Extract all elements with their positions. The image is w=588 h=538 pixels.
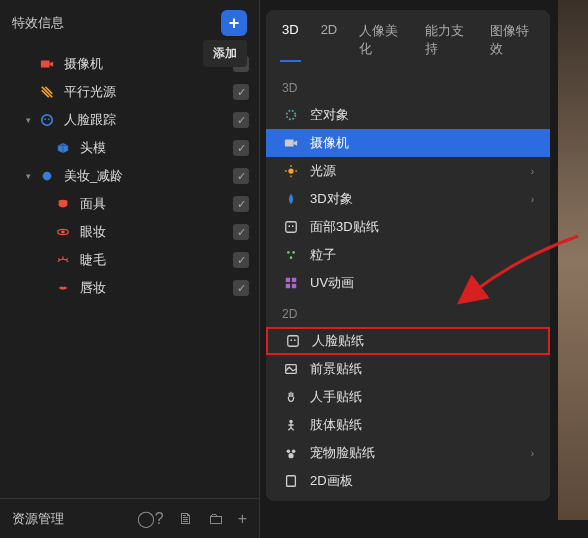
menu-item[interactable]: 宠物脸贴纸 › xyxy=(266,439,550,467)
tab-3D[interactable]: 3D xyxy=(280,18,301,62)
menu-item[interactable]: 人脸贴纸 xyxy=(266,327,550,355)
section-header: 2D xyxy=(266,301,550,327)
svg-rect-20 xyxy=(286,278,290,282)
svg-point-16 xyxy=(292,225,294,227)
menu-item[interactable]: UV动画 xyxy=(266,269,550,297)
svg-point-26 xyxy=(294,339,296,341)
menu-item-label: 肢体贴纸 xyxy=(310,416,534,434)
tree-item[interactable]: 平行光源 ✓ xyxy=(0,78,259,106)
face-icon xyxy=(38,111,56,129)
add-button[interactable]: + 添加 xyxy=(221,10,247,36)
tree-item[interactable]: 唇妆 ✓ xyxy=(0,274,259,302)
menu-item-label: 光源 xyxy=(310,162,531,180)
svg-point-1 xyxy=(42,115,53,126)
tab-能力支持[interactable]: 能力支持 xyxy=(423,18,471,62)
grid-icon xyxy=(282,276,300,290)
folder-icon[interactable]: 🗀 xyxy=(208,510,224,528)
svg-rect-0 xyxy=(41,61,50,68)
lips-icon xyxy=(54,279,72,297)
add-menu-panel: 3D2D人像美化能力支持图像特效 3D 空对象 摄像机 光源 › 3D对象 › … xyxy=(266,10,550,501)
menu-item[interactable]: 前景贴纸 xyxy=(266,355,550,383)
menu-item-label: UV动画 xyxy=(310,274,534,292)
eye-icon xyxy=(54,223,72,241)
svg-point-18 xyxy=(292,251,295,254)
menu-item-label: 前景贴纸 xyxy=(310,360,534,378)
menu-item[interactable]: 粒子 xyxy=(266,241,550,269)
tree-item-label: 唇妆 xyxy=(80,279,233,297)
footer-label: 资源管理 xyxy=(12,510,123,528)
plus-icon[interactable]: + xyxy=(238,510,247,528)
camera-icon xyxy=(38,55,56,73)
canvas-icon xyxy=(282,474,300,488)
menu-item-label: 3D对象 xyxy=(310,190,531,208)
tree-item-label: 眼妆 xyxy=(80,223,233,241)
tree-item[interactable]: ▾ 美妆_减龄 ✓ xyxy=(0,162,259,190)
tree-item-label: 美妆_减龄 xyxy=(64,167,233,185)
tree-item[interactable]: 头模 ✓ xyxy=(0,134,259,162)
svg-rect-32 xyxy=(287,476,296,487)
menu-item-label: 摄像机 xyxy=(310,134,534,152)
visibility-toggle[interactable]: ✓ xyxy=(233,224,249,240)
menu-item-label: 人手贴纸 xyxy=(310,388,534,406)
tree-item-label: 头模 xyxy=(80,139,233,157)
tab-人像美化[interactable]: 人像美化 xyxy=(357,18,405,62)
image-icon xyxy=(282,362,300,376)
makeup-icon xyxy=(38,167,56,185)
tab-2D[interactable]: 2D xyxy=(319,18,340,62)
tree-item[interactable]: 眼妆 ✓ xyxy=(0,218,259,246)
menu-item[interactable]: 光源 › xyxy=(266,157,550,185)
chevron-icon: ▾ xyxy=(26,171,38,181)
tree-item-label: 睫毛 xyxy=(80,251,233,269)
menu-item[interactable]: 面部3D贴纸 xyxy=(266,213,550,241)
menu-item-label: 宠物脸贴纸 xyxy=(310,444,531,462)
visibility-toggle[interactable]: ✓ xyxy=(233,112,249,128)
menu-tabs: 3D2D人像美化能力支持图像特效 xyxy=(266,10,550,71)
menu-item[interactable]: 空对象 xyxy=(266,101,550,129)
section-header: 3D xyxy=(266,75,550,101)
visibility-toggle[interactable]: ✓ xyxy=(233,252,249,268)
tab-图像特效[interactable]: 图像特效 xyxy=(488,18,536,62)
light-icon xyxy=(38,83,56,101)
visibility-toggle[interactable]: ✓ xyxy=(233,168,249,184)
chevron-icon: ▾ xyxy=(26,115,38,125)
menu-item-label: 2D画板 xyxy=(310,472,534,490)
visibility-toggle[interactable]: ✓ xyxy=(233,140,249,156)
menu-item[interactable]: 摄像机 xyxy=(266,129,550,157)
svg-point-15 xyxy=(288,225,290,227)
visibility-toggle[interactable]: ✓ xyxy=(233,196,249,212)
menu-item[interactable]: 3D对象 › xyxy=(266,185,550,213)
file-icon[interactable]: 🗎 xyxy=(178,510,194,528)
facesticker-icon xyxy=(284,334,302,348)
particle-icon xyxy=(282,248,300,262)
svg-point-4 xyxy=(43,172,52,181)
menu-item-label: 人脸贴纸 xyxy=(312,332,532,350)
help-icon[interactable]: ◯? xyxy=(137,509,164,528)
svg-rect-14 xyxy=(286,222,297,233)
svg-point-9 xyxy=(288,168,293,173)
svg-point-2 xyxy=(44,118,46,120)
menu-item-label: 面部3D贴纸 xyxy=(310,218,534,236)
body-icon xyxy=(282,418,300,432)
svg-point-25 xyxy=(290,339,292,341)
menu-item-label: 空对象 xyxy=(310,106,534,124)
visibility-toggle[interactable]: ✓ xyxy=(233,84,249,100)
visibility-toggle[interactable]: ✓ xyxy=(233,280,249,296)
cube-icon xyxy=(54,139,72,157)
svg-point-17 xyxy=(287,251,290,254)
svg-rect-22 xyxy=(286,284,290,288)
svg-rect-8 xyxy=(285,140,294,147)
svg-point-31 xyxy=(288,453,293,458)
svg-rect-24 xyxy=(288,336,299,347)
panel-header: 特效信息 + 添加 xyxy=(0,0,259,46)
tree-item[interactable]: ▾ 人脸跟踪 ✓ xyxy=(0,106,259,134)
menu-item[interactable]: 肢体贴纸 xyxy=(266,411,550,439)
menu-item[interactable]: 人手贴纸 xyxy=(266,383,550,411)
tree-item[interactable]: 睫毛 ✓ xyxy=(0,246,259,274)
chevron-right-icon: › xyxy=(531,166,534,177)
chevron-right-icon: › xyxy=(531,448,534,459)
tree-item[interactable]: 面具 ✓ xyxy=(0,190,259,218)
svg-point-29 xyxy=(287,450,291,454)
svg-point-6 xyxy=(61,230,65,234)
hand-icon xyxy=(282,390,300,404)
menu-item[interactable]: 2D画板 xyxy=(266,467,550,495)
